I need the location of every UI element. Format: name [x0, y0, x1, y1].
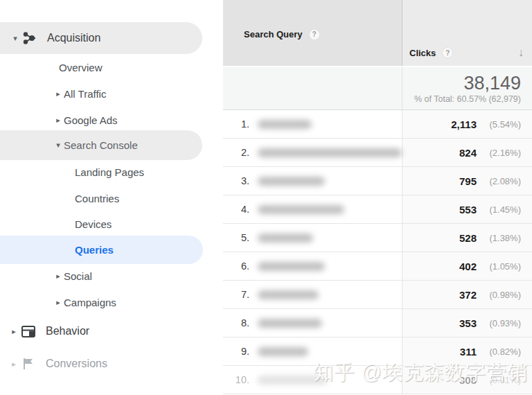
row-rank: 3. [223, 175, 249, 186]
sidebar-item-overview[interactable]: Overview [0, 57, 103, 78]
table-summary-row: 38,149 % of Total: 60.57% (62,979) [223, 67, 532, 110]
row-rank: 4. [223, 204, 249, 215]
column-header-clicks[interactable]: Clicks ? ↓ [402, 0, 532, 66]
blurred-query-text [258, 205, 344, 214]
table-row: 4. 553(1.45%) [223, 195, 532, 224]
chevron-right-icon: ▸ [8, 327, 19, 336]
sidebar-item-label: Landing Pages [75, 166, 144, 178]
sidebar-item-conversions[interactable]: ▸ Conversions [0, 353, 107, 374]
table-row: 5. 528(1.38%) [223, 224, 532, 252]
clicks-value: 311 [460, 346, 477, 358]
queries-report-table: Search Query ? Clicks ? ↓ 38,149 % of To… [223, 0, 532, 395]
help-icon[interactable]: ? [442, 47, 453, 58]
sidebar-item-label: Conversions [46, 358, 107, 370]
chevron-right-icon: ▸ [53, 116, 64, 125]
row-rank: 6. [223, 261, 249, 272]
sidebar-item-all-traffic[interactable]: ▸ All Traffic [0, 83, 106, 104]
row-rank: 2. [223, 147, 249, 158]
help-icon[interactable]: ? [309, 29, 320, 40]
row-rank: 1. [223, 119, 249, 130]
clicks-total: 38,149 [402, 73, 521, 94]
clicks-value: 795 [459, 175, 477, 187]
sidebar-item-acquisition[interactable]: ▾ Acquisition [0, 22, 202, 54]
report-navigation-sidebar: ▾ Acquisition Overview ▸ All Traffic ▸ G… [0, 0, 223, 395]
sidebar-item-label: All Traffic [64, 88, 106, 100]
clicks-percent: (0.82%) [481, 346, 521, 357]
chevron-right-icon: ▸ [53, 298, 64, 307]
sidebar-item-search-console[interactable]: ▾ Search Console [0, 130, 202, 160]
sidebar-item-devices[interactable]: Devices [0, 213, 112, 234]
clicks-value: 372 [459, 289, 477, 301]
blurred-query-text [258, 177, 325, 186]
clicks-percent: (1.45%) [481, 204, 521, 215]
clicks-percent-of-total: % of Total: 60.57% (62,979) [402, 94, 521, 104]
table-row: 8. 353(0.93%) [223, 309, 532, 337]
table-row: 6. 402(1.05%) [223, 252, 532, 281]
summary-clicks-cell: 38,149 % of Total: 60.57% (62,979) [402, 67, 532, 109]
sidebar-item-label: Overview [59, 62, 103, 73]
row-rank: 5. [223, 232, 249, 243]
row-rank: 9. [223, 346, 249, 357]
clicks-value: 2,113 [451, 119, 477, 130]
clicks-value: 824 [459, 147, 477, 159]
sidebar-item-queries[interactable]: Queries [0, 236, 203, 264]
window-icon [21, 324, 36, 339]
clicks-percent: (2.16%) [481, 148, 521, 158]
table-row: 2. 824(2.16%) [223, 139, 532, 167]
acquisition-icon [22, 30, 37, 46]
clicks-percent: (2.08%) [481, 176, 521, 186]
table-row: 1. 2,113(5.54%) [223, 110, 532, 139]
clicks-percent: (0.98%) [481, 290, 521, 300]
clicks-percent: (0.93%) [481, 318, 521, 328]
row-rank: 8. [223, 317, 249, 328]
sidebar-item-google-ads[interactable]: ▸ Google Ads [0, 109, 118, 130]
blurred-query-text [258, 120, 312, 129]
search-query-header-label: Search Query [244, 29, 303, 40]
sidebar-item-label: Search Console [64, 139, 138, 151]
clicks-percent: (1.38%) [481, 233, 521, 243]
blurred-query-text [258, 148, 402, 157]
row-rank: 7. [223, 289, 249, 300]
clicks-value: 553 [459, 204, 477, 216]
summary-query-cell [223, 67, 402, 109]
table-header-row: Search Query ? Clicks ? ↓ [223, 0, 532, 67]
zhihu-watermark: 知乎 @埃克森数字营销 [314, 359, 529, 387]
clicks-value: 402 [459, 261, 477, 272]
sidebar-item-label: Countries [75, 193, 119, 204]
blurred-query-text [258, 262, 325, 271]
clicks-value: 353 [459, 317, 477, 329]
sidebar-item-countries[interactable]: Countries [0, 188, 119, 209]
row-rank: 10. [223, 374, 249, 385]
sidebar-item-label: Acquisition [47, 32, 100, 44]
sidebar-item-label: Devices [75, 218, 112, 230]
analytics-app: ▾ Acquisition Overview ▸ All Traffic ▸ G… [0, 0, 532, 395]
sidebar-item-label: Google Ads [64, 114, 118, 126]
flag-icon [21, 356, 36, 371]
sidebar-item-label: Queries [75, 244, 114, 256]
sidebar-item-label: Behavior [46, 325, 89, 337]
chevron-down-icon: ▾ [10, 34, 21, 43]
table-row: 7. 372(0.98%) [223, 281, 532, 309]
sort-descending-icon: ↓ [518, 46, 524, 59]
sidebar-item-social[interactable]: ▸ Social [0, 265, 92, 286]
column-header-search-query[interactable]: Search Query ? [223, 0, 402, 66]
sidebar-item-campaigns[interactable]: ▸ Campaigns [0, 292, 116, 313]
clicks-percent: (1.05%) [481, 261, 521, 272]
sidebar-item-landing-pages[interactable]: Landing Pages [0, 161, 144, 182]
blurred-query-text [258, 319, 322, 328]
blurred-query-text [258, 234, 313, 243]
clicks-percent: (5.54%) [481, 119, 521, 130]
chevron-down-icon: ▾ [53, 141, 64, 150]
sidebar-item-behavior[interactable]: ▸ Behavior [0, 321, 89, 342]
blurred-query-text [258, 347, 308, 356]
clicks-header-label: Clicks [409, 48, 436, 58]
clicks-value: 528 [459, 232, 477, 244]
chevron-right-icon: ▸ [53, 272, 64, 281]
sidebar-item-label: Campaigns [64, 297, 116, 308]
sidebar-item-label: Social [64, 270, 92, 282]
chevron-right-icon: ▸ [53, 89, 64, 98]
table-row: 3. 795(2.08%) [223, 167, 532, 195]
blurred-query-text [258, 290, 319, 299]
chevron-right-icon: ▸ [8, 360, 19, 369]
